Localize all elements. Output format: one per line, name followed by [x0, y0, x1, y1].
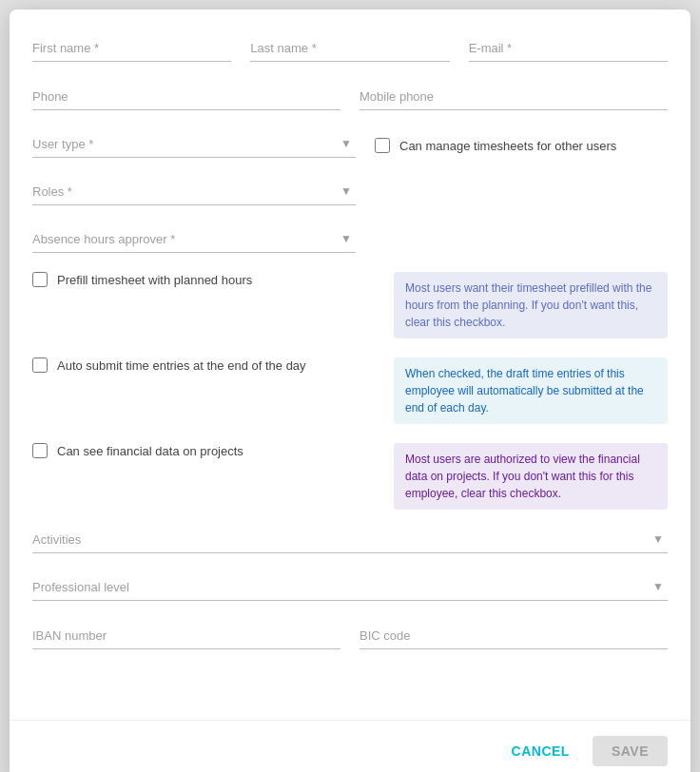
activities-select[interactable]: Activities — [32, 529, 668, 553]
auto-submit-left: Auto submit time entries at the end of t… — [32, 357, 375, 373]
can-manage-label[interactable]: Can manage timesheets for other users — [399, 139, 616, 153]
auto-submit-hint: When checked, the draft time entries of … — [394, 357, 668, 424]
cancel-button[interactable]: CANCEL — [496, 736, 585, 766]
last-name-field — [250, 36, 449, 62]
activities-select-wrap: Activities ▼ — [32, 529, 668, 553]
absence-approver-wrap: Absence hours approver * ▼ — [32, 228, 356, 253]
activities-row: Activities ▼ — [32, 529, 668, 553]
iban-bic-row — [32, 624, 668, 649]
absence-approver-select[interactable]: Absence hours approver * — [32, 228, 356, 253]
user-type-select-wrap: User type * ▼ — [32, 133, 356, 158]
financial-checkbox[interactable] — [32, 443, 48, 458]
footer-buttons: CANCEL SAVE — [10, 720, 690, 772]
bic-input[interactable] — [360, 624, 668, 649]
financial-row: Can see financial data on projects Most … — [32, 443, 668, 510]
phone-row — [32, 85, 668, 110]
user-type-select[interactable]: User type * — [32, 133, 356, 158]
financial-left: Can see financial data on projects — [32, 443, 375, 458]
iban-input[interactable] — [32, 624, 340, 649]
first-name-input[interactable] — [32, 36, 231, 62]
absence-row: Absence hours approver * ▼ — [32, 228, 668, 253]
auto-submit-label[interactable]: Auto submit time entries at the end of t… — [57, 358, 306, 373]
email-input[interactable] — [469, 36, 668, 62]
can-manage-row: Can manage timesheets for other users — [375, 138, 616, 153]
last-name-input[interactable] — [250, 36, 449, 62]
prefill-left: Prefill timesheet with planned hours — [32, 272, 375, 287]
mobile-phone-input[interactable] — [360, 85, 668, 110]
professional-level-row: Professional level ▼ — [32, 576, 668, 601]
first-name-field — [32, 36, 231, 62]
financial-hint: Most users are authorized to view the fi… — [394, 443, 668, 510]
user-type-manage-row: User type * ▼ Can manage timesheets for … — [32, 133, 668, 158]
bic-field — [360, 624, 668, 649]
prefill-label[interactable]: Prefill timesheet with planned hours — [57, 273, 252, 287]
auto-submit-checkbox[interactable] — [32, 357, 48, 373]
iban-field — [32, 624, 340, 649]
can-manage-checkbox[interactable] — [375, 138, 390, 153]
financial-label[interactable]: Can see financial data on projects — [57, 444, 243, 458]
name-email-row — [32, 36, 668, 62]
save-button[interactable]: SAVE — [593, 736, 668, 766]
roles-select-wrap: Roles * ▼ — [32, 181, 356, 205]
email-field — [469, 36, 668, 62]
mobile-phone-field — [360, 85, 668, 110]
roles-select[interactable]: Roles * — [32, 181, 356, 205]
roles-row: Roles * ▼ — [32, 181, 668, 205]
prefill-hint: Most users want their timesheet prefille… — [394, 272, 668, 338]
auto-submit-row: Auto submit time entries at the end of t… — [32, 357, 668, 424]
phone-input[interactable] — [32, 85, 340, 110]
phone-field — [32, 85, 340, 110]
professional-level-wrap: Professional level ▼ — [32, 576, 668, 601]
form-body: User type * ▼ Can manage timesheets for … — [10, 10, 690, 720]
prefill-checkbox[interactable] — [32, 272, 48, 287]
prefill-row: Prefill timesheet with planned hours Mos… — [32, 272, 668, 338]
dialog: User type * ▼ Can manage timesheets for … — [10, 10, 690, 772]
professional-level-select[interactable]: Professional level — [32, 576, 668, 601]
